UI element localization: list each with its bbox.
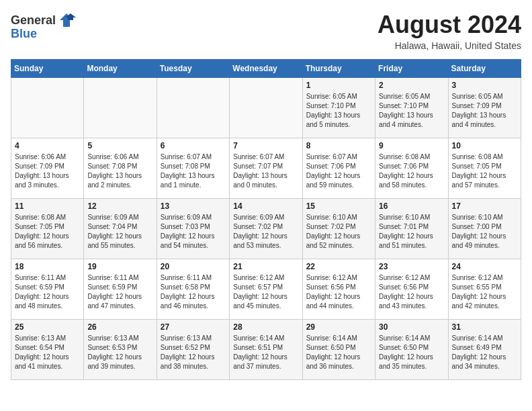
calendar-cell: 10Sunrise: 6:08 AMSunset: 7:05 PMDayligh… <box>448 138 521 199</box>
calendar-cell <box>11 78 84 138</box>
day-info: Sunrise: 6:12 AMSunset: 6:56 PMDaylight:… <box>306 273 371 311</box>
calendar-cell: 5Sunrise: 6:06 AMSunset: 7:08 PMDaylight… <box>84 138 157 199</box>
day-info: Sunrise: 6:09 AMSunset: 7:04 PMDaylight:… <box>87 213 152 250</box>
calendar-cell <box>230 78 302 138</box>
calendar-cell: 24Sunrise: 6:12 AMSunset: 6:55 PMDayligh… <box>448 259 521 320</box>
day-number: 19 <box>87 262 152 271</box>
day-info: Sunrise: 6:12 AMSunset: 6:56 PMDaylight:… <box>379 273 444 311</box>
day-header-friday: Friday <box>375 60 448 78</box>
day-number: 6 <box>161 141 226 150</box>
calendar-header-row: SundayMondayTuesdayWednesdayThursdayFrid… <box>11 60 521 78</box>
day-number: 17 <box>452 201 517 211</box>
day-info: Sunrise: 6:10 AMSunset: 7:00 PMDaylight:… <box>452 213 517 250</box>
day-number: 4 <box>15 141 80 150</box>
day-info: Sunrise: 6:14 AMSunset: 6:49 PMDaylight:… <box>452 334 517 371</box>
day-number: 25 <box>15 322 80 332</box>
day-info: Sunrise: 6:08 AMSunset: 7:06 PMDaylight:… <box>379 152 444 190</box>
day-info: Sunrise: 6:12 AMSunset: 6:57 PMDaylight:… <box>233 273 298 311</box>
day-header-saturday: Saturday <box>448 60 521 78</box>
day-info: Sunrise: 6:05 AMSunset: 7:10 PMDaylight:… <box>306 92 371 130</box>
calendar-cell: 15Sunrise: 6:10 AMSunset: 7:02 PMDayligh… <box>302 199 375 259</box>
day-header-thursday: Thursday <box>302 60 375 78</box>
calendar-cell <box>157 78 229 138</box>
day-info: Sunrise: 6:12 AMSunset: 6:55 PMDaylight:… <box>452 273 517 311</box>
day-number: 5 <box>87 141 152 150</box>
day-number: 29 <box>306 322 371 332</box>
day-number: 8 <box>306 141 371 150</box>
day-info: Sunrise: 6:07 AMSunset: 7:07 PMDaylight:… <box>233 152 298 190</box>
day-number: 13 <box>161 201 226 211</box>
calendar-cell: 21Sunrise: 6:12 AMSunset: 6:57 PMDayligh… <box>230 259 302 320</box>
calendar-cell: 18Sunrise: 6:11 AMSunset: 6:59 PMDayligh… <box>11 259 84 320</box>
day-number: 9 <box>379 141 444 150</box>
calendar-cell: 1Sunrise: 6:05 AMSunset: 7:10 PMDaylight… <box>302 78 375 138</box>
calendar-cell: 16Sunrise: 6:10 AMSunset: 7:01 PMDayligh… <box>375 199 448 259</box>
day-number: 18 <box>15 262 80 271</box>
day-number: 28 <box>233 322 298 332</box>
day-number: 26 <box>87 322 152 332</box>
calendar-cell: 9Sunrise: 6:08 AMSunset: 7:06 PMDaylight… <box>375 138 448 199</box>
day-info: Sunrise: 6:09 AMSunset: 7:03 PMDaylight:… <box>161 213 226 250</box>
calendar-cell: 6Sunrise: 6:07 AMSunset: 7:08 PMDaylight… <box>157 138 229 199</box>
day-number: 27 <box>161 322 226 332</box>
day-info: Sunrise: 6:13 AMSunset: 6:53 PMDaylight:… <box>87 334 152 371</box>
logo-icon <box>57 11 76 30</box>
day-info: Sunrise: 6:11 AMSunset: 6:58 PMDaylight:… <box>161 273 226 311</box>
calendar-cell: 3Sunrise: 6:05 AMSunset: 7:09 PMDaylight… <box>448 78 521 138</box>
calendar-cell: 27Sunrise: 6:13 AMSunset: 6:52 PMDayligh… <box>157 320 229 380</box>
day-number: 1 <box>306 81 371 90</box>
day-info: Sunrise: 6:08 AMSunset: 7:05 PMDaylight:… <box>452 152 517 190</box>
calendar-cell: 19Sunrise: 6:11 AMSunset: 6:59 PMDayligh… <box>84 259 157 320</box>
day-info: Sunrise: 6:10 AMSunset: 7:02 PMDaylight:… <box>306 213 371 250</box>
calendar-cell: 12Sunrise: 6:09 AMSunset: 7:04 PMDayligh… <box>84 199 157 259</box>
calendar-cell: 8Sunrise: 6:07 AMSunset: 7:06 PMDaylight… <box>302 138 375 199</box>
day-info: Sunrise: 6:09 AMSunset: 7:02 PMDaylight:… <box>233 213 298 250</box>
day-header-sunday: Sunday <box>11 60 84 78</box>
day-info: Sunrise: 6:07 AMSunset: 7:06 PMDaylight:… <box>306 152 371 190</box>
calendar-cell: 26Sunrise: 6:13 AMSunset: 6:53 PMDayligh… <box>84 320 157 380</box>
calendar-cell: 25Sunrise: 6:13 AMSunset: 6:54 PMDayligh… <box>11 320 84 380</box>
calendar-cell: 22Sunrise: 6:12 AMSunset: 6:56 PMDayligh… <box>302 259 375 320</box>
calendar-cell: 7Sunrise: 6:07 AMSunset: 7:07 PMDaylight… <box>230 138 302 199</box>
calendar-cell: 20Sunrise: 6:11 AMSunset: 6:58 PMDayligh… <box>157 259 229 320</box>
day-number: 14 <box>233 201 298 211</box>
day-info: Sunrise: 6:08 AMSunset: 7:05 PMDaylight:… <box>15 213 80 250</box>
day-number: 12 <box>87 201 152 211</box>
day-header-tuesday: Tuesday <box>157 60 229 78</box>
day-info: Sunrise: 6:14 AMSunset: 6:50 PMDaylight:… <box>306 334 371 371</box>
calendar-week-row: 11Sunrise: 6:08 AMSunset: 7:05 PMDayligh… <box>11 199 521 259</box>
calendar-week-row: 18Sunrise: 6:11 AMSunset: 6:59 PMDayligh… <box>11 259 521 320</box>
title-block: August 2024 Halawa, Hawaii, United State… <box>378 11 521 51</box>
calendar-cell <box>84 78 157 138</box>
calendar-cell: 14Sunrise: 6:09 AMSunset: 7:02 PMDayligh… <box>230 199 302 259</box>
day-number: 16 <box>379 201 444 211</box>
calendar-cell: 13Sunrise: 6:09 AMSunset: 7:03 PMDayligh… <box>157 199 229 259</box>
day-header-monday: Monday <box>84 60 157 78</box>
day-number: 15 <box>306 201 371 211</box>
day-info: Sunrise: 6:11 AMSunset: 6:59 PMDaylight:… <box>15 273 80 311</box>
day-info: Sunrise: 6:06 AMSunset: 7:08 PMDaylight:… <box>87 152 152 190</box>
day-number: 7 <box>233 141 298 150</box>
day-number: 21 <box>233 262 298 271</box>
day-number: 23 <box>379 262 444 271</box>
calendar-cell: 28Sunrise: 6:14 AMSunset: 6:51 PMDayligh… <box>230 320 302 380</box>
day-number: 30 <box>379 322 444 332</box>
calendar-cell: 30Sunrise: 6:14 AMSunset: 6:50 PMDayligh… <box>375 320 448 380</box>
day-info: Sunrise: 6:05 AMSunset: 7:10 PMDaylight:… <box>379 92 444 130</box>
month-year: August 2024 <box>378 11 521 39</box>
day-info: Sunrise: 6:13 AMSunset: 6:54 PMDaylight:… <box>15 334 80 371</box>
day-info: Sunrise: 6:05 AMSunset: 7:09 PMDaylight:… <box>452 92 517 130</box>
day-number: 22 <box>306 262 371 271</box>
location: Halawa, Hawaii, United States <box>378 40 521 51</box>
calendar-week-row: 1Sunrise: 6:05 AMSunset: 7:10 PMDaylight… <box>11 78 521 138</box>
calendar-cell: 23Sunrise: 6:12 AMSunset: 6:56 PMDayligh… <box>375 259 448 320</box>
day-info: Sunrise: 6:10 AMSunset: 7:01 PMDaylight:… <box>379 213 444 250</box>
day-info: Sunrise: 6:06 AMSunset: 7:09 PMDaylight:… <box>15 152 80 190</box>
calendar-cell: 4Sunrise: 6:06 AMSunset: 7:09 PMDaylight… <box>11 138 84 199</box>
day-number: 20 <box>161 262 226 271</box>
day-number: 10 <box>452 141 517 150</box>
calendar-cell: 17Sunrise: 6:10 AMSunset: 7:00 PMDayligh… <box>448 199 521 259</box>
calendar-table: SundayMondayTuesdayWednesdayThursdayFrid… <box>11 59 521 380</box>
day-info: Sunrise: 6:13 AMSunset: 6:52 PMDaylight:… <box>161 334 226 371</box>
day-number: 11 <box>15 201 80 211</box>
